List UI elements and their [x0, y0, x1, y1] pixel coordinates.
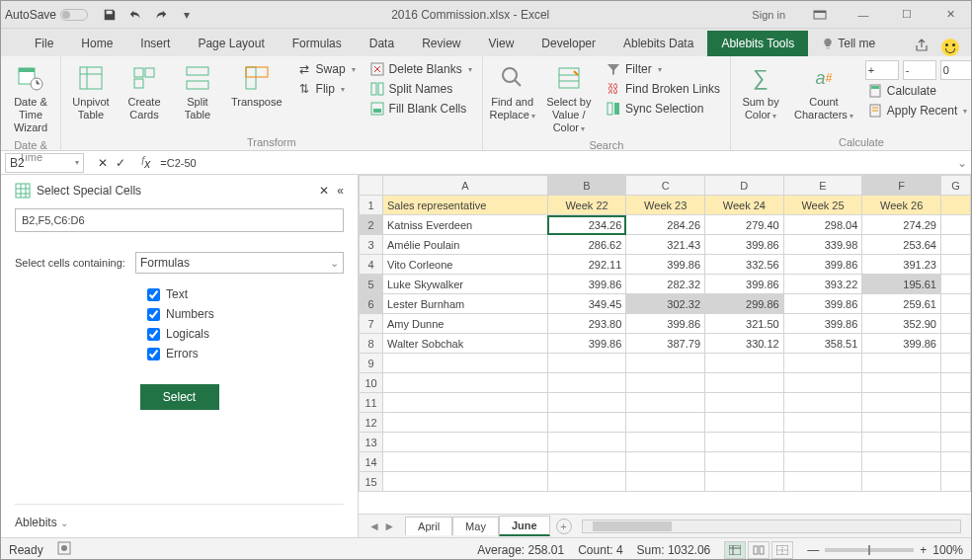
cell[interactable]: 274.29: [862, 215, 941, 235]
cell[interactable]: 399.86: [626, 314, 705, 334]
cell[interactable]: [547, 472, 626, 492]
cell[interactable]: Sales representative: [383, 196, 548, 215]
view-normal-icon[interactable]: [724, 541, 746, 559]
calc-value-input[interactable]: [940, 60, 972, 80]
cell[interactable]: Week 23: [626, 196, 705, 215]
redo-icon[interactable]: [151, 5, 171, 25]
cell[interactable]: [383, 373, 548, 393]
cell[interactable]: [383, 472, 548, 492]
cell[interactable]: 259.61: [862, 294, 941, 314]
cell[interactable]: [705, 452, 784, 472]
tab-ablebits-tools[interactable]: Ablebits Tools: [707, 31, 808, 56]
cell[interactable]: 279.40: [705, 215, 784, 235]
cell[interactable]: [941, 294, 971, 314]
split-table-button[interactable]: Split Table: [176, 60, 219, 123]
row-3[interactable]: 3: [360, 235, 383, 255]
cell[interactable]: [547, 433, 626, 452]
cell[interactable]: [941, 215, 971, 235]
cell[interactable]: [783, 354, 862, 373]
cell[interactable]: 358.51: [783, 334, 862, 354]
sheet-tab-may[interactable]: May: [452, 517, 499, 535]
col-C[interactable]: C: [626, 176, 705, 196]
cell[interactable]: [783, 452, 862, 472]
cell[interactable]: [862, 354, 941, 373]
cell[interactable]: Amy Dunne: [383, 314, 548, 334]
cell[interactable]: [941, 452, 971, 472]
ribbon-options-icon[interactable]: [803, 4, 837, 26]
name-box[interactable]: B2: [5, 153, 84, 173]
cell[interactable]: 387.79: [626, 334, 705, 354]
cell[interactable]: [941, 472, 971, 492]
panel-close-icon[interactable]: ✕: [319, 184, 329, 198]
cell[interactable]: 393.22: [783, 275, 862, 294]
cell[interactable]: 293.80: [547, 314, 626, 334]
sync-selection-button[interactable]: Sync Selection: [604, 100, 722, 118]
cell[interactable]: [862, 433, 941, 452]
cell[interactable]: [626, 452, 705, 472]
cell[interactable]: [626, 472, 705, 492]
find-replace-button[interactable]: Find and Replace: [491, 60, 534, 123]
cell[interactable]: 282.32: [626, 275, 705, 294]
autosave-toggle[interactable]: AutoSave: [5, 8, 88, 22]
close-icon[interactable]: ✕: [933, 4, 967, 26]
sheet-nav[interactable]: ◄ ►: [359, 520, 405, 533]
cell[interactable]: [383, 393, 548, 413]
cell[interactable]: Katniss Everdeen: [383, 215, 548, 235]
cell[interactable]: [547, 393, 626, 413]
cell[interactable]: [941, 334, 971, 354]
row-12[interactable]: 12: [360, 413, 383, 433]
zoom-out-button[interactable]: —: [807, 543, 819, 557]
cell[interactable]: [862, 413, 941, 433]
row-13[interactable]: 13: [360, 433, 383, 452]
cell[interactable]: 321.43: [626, 235, 705, 255]
col-F[interactable]: F: [862, 176, 941, 196]
undo-icon[interactable]: [125, 5, 145, 25]
accept-formula-icon[interactable]: ✓: [116, 156, 125, 170]
cell[interactable]: [705, 373, 784, 393]
tell-me-search[interactable]: Tell me: [808, 31, 889, 56]
cell[interactable]: 298.04: [783, 215, 862, 235]
cell-selected[interactable]: 195.61: [862, 275, 941, 294]
cell[interactable]: 292.11: [547, 255, 626, 275]
view-page-break-icon[interactable]: [771, 541, 793, 559]
cell[interactable]: Luke Skywalker: [383, 275, 548, 294]
split-names-button[interactable]: Split Names: [367, 80, 474, 98]
unpivot-table-button[interactable]: Unpivot Table: [69, 60, 113, 123]
cell[interactable]: [941, 196, 971, 215]
cell[interactable]: [547, 354, 626, 373]
count-chars-button[interactable]: a#Count Characters: [792, 60, 855, 123]
tab-view[interactable]: View: [475, 31, 528, 56]
select-by-value-button[interactable]: Select by Value / Color: [544, 60, 594, 137]
cell[interactable]: 399.86: [705, 275, 784, 294]
tab-page-layout[interactable]: Page Layout: [184, 31, 278, 56]
formula-input[interactable]: =C2-50: [156, 157, 953, 169]
chk-text[interactable]: Text: [147, 287, 344, 301]
cell-active[interactable]: 234.26: [547, 215, 626, 235]
row-2[interactable]: 2: [360, 215, 383, 235]
calc-plus-input[interactable]: [865, 60, 899, 80]
zoom-level[interactable]: 100%: [932, 543, 963, 557]
row-15[interactable]: 15: [360, 472, 383, 492]
cell[interactable]: [783, 373, 862, 393]
panel-collapse-icon[interactable]: «: [337, 184, 344, 198]
cell[interactable]: [383, 354, 548, 373]
cell[interactable]: 284.26: [626, 215, 705, 235]
row-7[interactable]: 7: [360, 314, 383, 334]
tab-review[interactable]: Review: [408, 31, 474, 56]
cell[interactable]: [941, 255, 971, 275]
view-page-layout-icon[interactable]: [748, 541, 770, 559]
tab-data[interactable]: Data: [356, 31, 408, 56]
cell[interactable]: [547, 452, 626, 472]
cell[interactable]: [626, 354, 705, 373]
col-E[interactable]: E: [783, 176, 862, 196]
cell[interactable]: [705, 472, 784, 492]
chk-numbers[interactable]: Numbers: [147, 307, 344, 321]
col-G[interactable]: G: [941, 176, 971, 196]
cell[interactable]: [783, 472, 862, 492]
cell[interactable]: 399.86: [626, 255, 705, 275]
cell[interactable]: [383, 452, 548, 472]
cell[interactable]: [941, 354, 971, 373]
sheet-tab-april[interactable]: April: [405, 517, 452, 535]
cell[interactable]: 253.64: [862, 235, 941, 255]
chk-logicals[interactable]: Logicals: [147, 327, 344, 341]
